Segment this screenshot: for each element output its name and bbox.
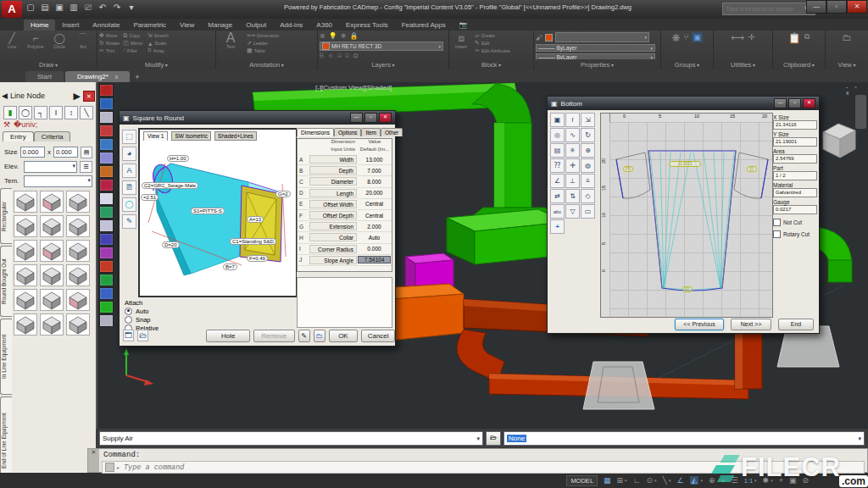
updown2-icon[interactable]: ⇅ [565, 189, 580, 203]
cadmep-tool-icon[interactable] [99, 247, 114, 259]
tab-entry[interactable]: Entry [3, 131, 34, 141]
navigation-bar[interactable] [855, 95, 866, 129]
material-value[interactable]: Galvanized [773, 188, 817, 197]
fillet-tool[interactable]: ◜Fillet [123, 47, 144, 54]
ribbon-tab-home[interactable]: Home [24, 19, 55, 30]
scale-tool[interactable]: ▲Scale [147, 40, 169, 47]
group-icon[interactable]: ❋ [671, 32, 680, 44]
isodraft-icon[interactable]: ╲ [663, 476, 667, 485]
lock-icon[interactable]: 🔒 [349, 32, 358, 40]
side-tab-rectangular[interactable]: Rectangular [0, 188, 12, 244]
pencil-button[interactable]: ✎ [298, 330, 310, 342]
part-thumb[interactable] [66, 240, 90, 262]
dim-row[interactable]: ICorner Radius0.000 [298, 244, 392, 255]
draw-panel-label[interactable]: Draw [0, 61, 97, 69]
play-icon[interactable]: ▶ [74, 91, 81, 102]
perp-icon[interactable]: ⊥ [565, 174, 580, 188]
circle-tool[interactable]: ◯Circle [49, 32, 70, 49]
target-icon[interactable]: ⊕ [581, 143, 595, 158]
part-thumb[interactable] [14, 240, 37, 262]
part-thumb[interactable] [66, 264, 90, 286]
layer-combo[interactable]: MH RETU RECT 3D▾ [320, 42, 443, 51]
cross-icon[interactable]: ✛ [565, 158, 580, 173]
diamond-icon[interactable]: ◇ [581, 189, 595, 203]
notcut-checkbox[interactable]: Not Cut [773, 219, 817, 226]
filter-combo[interactable]: None▾ [504, 431, 865, 446]
pattern-maximize-icon[interactable]: ▫ [788, 98, 801, 108]
end-button[interactable]: End [778, 319, 814, 330]
pattern-minimize-icon[interactable]: — [774, 98, 787, 108]
measure-icon[interactable]: ⟷ [731, 32, 744, 43]
insert-block-tool[interactable]: ⧈Insert [451, 32, 471, 49]
cadmep-tool-icon[interactable] [99, 206, 114, 219]
attach-snap-radio[interactable]: Snap [125, 315, 159, 324]
rotate-ccw-icon[interactable]: ↻ [581, 128, 595, 142]
cadmep-tool-icon[interactable] [99, 165, 114, 178]
dialog-close-icon[interactable]: ✕ [379, 113, 392, 123]
dialog-title-bar[interactable]: ▣ Square to Round — ▫ ✕ [120, 111, 395, 125]
swap-icon[interactable]: ⇄ [550, 189, 565, 203]
utilities-panel-label[interactable]: Utilities [714, 61, 772, 69]
ysize-value[interactable]: 21.19001 [773, 137, 817, 147]
part-thumb[interactable] [66, 215, 90, 237]
properties-panel-label[interactable]: Properties [534, 61, 660, 69]
cancel-button[interactable]: Cancel [361, 330, 395, 342]
ortho-icon[interactable]: ∟ [633, 476, 641, 485]
cadmep-tool-icon[interactable] [99, 260, 114, 273]
elbow-tool-icon[interactable]: ┐ [34, 106, 47, 119]
area-value[interactable]: 2.54769 [773, 154, 817, 164]
linetype-combo[interactable]: ———ByLayer▾ [536, 44, 655, 52]
osnap-icon[interactable]: ∠ [676, 476, 683, 485]
cadmep-tool-icon[interactable] [99, 274, 114, 286]
part-thumb[interactable] [14, 191, 37, 213]
mirror-tool[interactable]: ◫Mirror [123, 40, 144, 47]
seal-tool-icon[interactable]: �univ; [14, 120, 37, 129]
tab-dimensions[interactable]: Dimensions [297, 128, 334, 136]
command-close-icon[interactable]: ✕ [92, 449, 97, 456]
rotarycut-checkbox[interactable]: Rotary Cut [773, 230, 817, 238]
next-button[interactable]: Next >> [731, 319, 771, 330]
stretch-tool[interactable]: ⇲Stretch [147, 32, 169, 39]
viewport-label[interactable]: [-][Custom View][Shaded] [315, 84, 392, 92]
zoom-extents-icon[interactable]: ▣ [550, 113, 565, 127]
plot-icon[interactable]: ⎚ [83, 3, 93, 13]
polar-icon[interactable]: ⊙ [646, 476, 653, 485]
cadmep-tool-icon[interactable] [99, 219, 114, 232]
viewport-window-controls[interactable]: ­- ▫ x [846, 84, 868, 96]
layers-panel-label[interactable]: Layers [318, 61, 448, 69]
dim-row[interactable]: EOffset WidthCentral [298, 199, 392, 210]
part-thumb[interactable] [66, 313, 90, 336]
lineweight-combo[interactable]: ———ByLayer▾ [536, 53, 655, 59]
attach-auto-radio[interactable]: Auto [125, 307, 159, 315]
circle-dot-icon[interactable]: ◍ [581, 158, 595, 173]
part-thumb[interactable] [40, 289, 64, 311]
part-thumb[interactable] [14, 264, 37, 286]
open-icon[interactable]: ▤ [40, 3, 50, 13]
part-thumb[interactable] [40, 264, 64, 286]
part-thumb[interactable] [40, 313, 64, 336]
tab-close-icon[interactable]: x [115, 74, 119, 80]
size-height-input[interactable]: 0.000 [53, 147, 78, 158]
straight-tool-icon[interactable]: ▮ [3, 106, 17, 119]
view-panel-label[interactable]: View [826, 61, 868, 69]
part-thumb[interactable] [40, 240, 64, 262]
ok-button[interactable]: OK [329, 330, 359, 342]
isolate-icon[interactable]: ▣ [789, 476, 797, 485]
array-tool[interactable]: ⠿Array [147, 47, 169, 54]
dialog-minimize-icon[interactable]: — [350, 113, 363, 123]
browse-button[interactable]: 🗀 [314, 330, 326, 342]
cadmep-tool-icon[interactable] [99, 111, 114, 124]
shaded-lines-button[interactable]: Shaded+Lines [214, 131, 257, 141]
clean-screen-icon[interactable]: ⊘ [802, 476, 809, 485]
dialog-maximize-icon[interactable]: ▫ [364, 113, 377, 123]
cadmep-tool-icon[interactable] [99, 84, 114, 97]
gauge-value[interactable]: 0.0217 [773, 205, 817, 214]
pattern-close-icon[interactable]: ✕ [803, 98, 815, 108]
side-tab-inline[interactable]: In Line Equipment [0, 319, 12, 395]
notch-icon[interactable]: ▭ [581, 204, 595, 219]
node-tool-icon[interactable]: ◯ [19, 106, 32, 119]
angle-icon[interactable]: ∠ [550, 174, 565, 188]
tab-item[interactable]: Item [361, 128, 381, 136]
move-tool[interactable]: ✥Move [99, 32, 120, 39]
tab-criteria[interactable]: Criteria [34, 131, 71, 141]
